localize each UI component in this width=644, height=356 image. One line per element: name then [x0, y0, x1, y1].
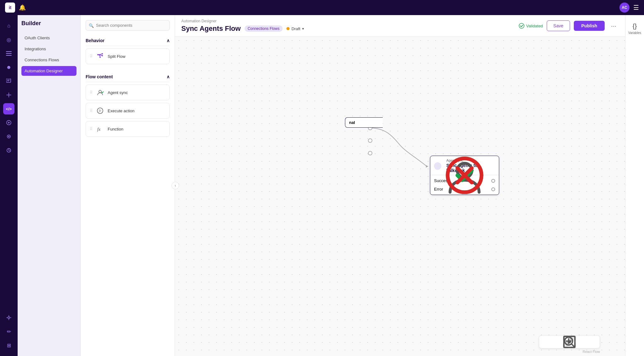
nav-item-connections[interactable]: Connections Flows — [21, 55, 76, 65]
breadcrumb: Automation Designer — [181, 19, 304, 23]
header-right: Validated Save Publish ··· — [519, 20, 619, 31]
sidebar-puzzle-icon[interactable] — [3, 117, 14, 128]
behavior-section-header[interactable]: Behavior ∧ — [86, 36, 170, 46]
node-name-label: Sync agents to Talkdesk — [446, 163, 495, 173]
panel-collapse-button[interactable]: ‹ — [172, 182, 179, 189]
sidebar-code-icon[interactable]: </> — [3, 103, 14, 114]
search-input[interactable] — [86, 20, 170, 31]
main-layout: ⌂ ◎ ☻ </> ✏ ⊞ Builder OAuth Cli — [0, 0, 644, 356]
split-flow-icon — [96, 52, 105, 61]
drag-handle-function-icon: ⠿ — [90, 127, 93, 131]
flow-content-section-content: ⠿ Agent sync ⠿ — [86, 85, 170, 137]
nav-item-oauth[interactable]: OAuth Clients — [21, 33, 76, 43]
output-error-row: Error — [430, 185, 499, 193]
minimap-button[interactable] — [554, 337, 562, 346]
svg-point-10 — [8, 317, 10, 319]
left-sidebar: ⌂ ◎ ☻ </> ✏ ⊞ — [0, 15, 18, 356]
top-nav-right: AC ☰ — [619, 3, 639, 13]
validated-label: Validated — [526, 24, 543, 28]
split-flow-item[interactable]: ⠿ Split Flow — [86, 48, 170, 64]
sidebar-reports-icon[interactable] — [3, 75, 14, 87]
fit-view-button[interactable] — [542, 337, 551, 346]
search-box: 🔍 — [86, 20, 170, 31]
success-connector[interactable] — [491, 179, 495, 183]
execute-action-icon — [96, 106, 105, 115]
canvas-toolbar — [539, 335, 600, 348]
svg-rect-1 — [6, 53, 12, 54]
flow-canvas[interactable]: nal Agent sync Sync agents — [175, 37, 625, 356]
page-title: Sync Agents Flow — [181, 25, 241, 33]
user-avatar[interactable]: AC — [619, 3, 630, 13]
node-outputs: Success Error — [430, 175, 499, 195]
fullscreen-button[interactable] — [565, 337, 574, 346]
app-logo[interactable]: it — [5, 3, 15, 13]
behavior-chevron-icon: ∧ — [167, 38, 170, 43]
function-label: Function — [108, 127, 123, 131]
builder-panel: Builder OAuth Clients Integrations Conne… — [18, 15, 81, 356]
sidebar-settings-icon[interactable] — [3, 312, 14, 323]
status-chevron-icon: ▾ — [302, 27, 304, 31]
header-left: Automation Designer Sync Agents Flow Con… — [181, 19, 304, 33]
partial-node-label: nal — [349, 120, 355, 125]
nav-menu-icon[interactable]: ☰ — [633, 4, 639, 11]
sidebar-ai-icon[interactable] — [3, 131, 14, 142]
sidebar-integrations-icon[interactable] — [3, 48, 14, 59]
sidebar-discover-icon[interactable] — [3, 145, 14, 156]
top-nav: it 🔔 AC ☰ — [0, 0, 644, 15]
execute-action-label: Execute action — [108, 108, 134, 113]
node-type-label: Agent sync — [446, 159, 495, 162]
top-nav-left: it 🔔 — [5, 3, 26, 13]
svg-point-13 — [102, 55, 103, 56]
right-panel: {} Variables — [625, 15, 644, 356]
agent-sync-icon — [96, 88, 105, 97]
svg-point-21 — [368, 151, 372, 155]
output-success-row: Success — [430, 176, 499, 185]
partial-flow-node[interactable]: nal — [345, 117, 383, 128]
svg-point-8 — [8, 136, 9, 137]
zoom-out-button[interactable] — [576, 337, 585, 346]
builder-title: Builder — [21, 20, 76, 27]
agent-sync-item[interactable]: ⠿ Agent sync — [86, 85, 170, 100]
behavior-section-content: ⠿ Split Flow — [86, 48, 170, 64]
validated-badge: Validated — [519, 23, 543, 29]
agent-sync-node[interactable]: Agent sync Sync agents to Talkdesk Succe… — [430, 156, 499, 195]
page-title-row: Sync Agents Flow Connections Flows Draft… — [181, 25, 304, 33]
sidebar-connections-icon[interactable]: ◎ — [3, 34, 14, 45]
execute-action-item[interactable]: ⠿ Execute action — [86, 103, 170, 119]
connections-badge[interactable]: Connections Flows — [245, 25, 283, 32]
nav-item-automation[interactable]: Automation Designer — [21, 66, 76, 76]
status-badge[interactable]: Draft ▾ — [286, 26, 304, 31]
status-dot-icon — [286, 27, 290, 30]
save-button[interactable]: Save — [547, 20, 570, 31]
function-item[interactable]: ⠿ fx Function — [86, 121, 170, 137]
drag-handle-agent-icon: ⠿ — [90, 90, 93, 95]
sidebar-contacts-icon[interactable]: ☻ — [3, 62, 14, 73]
svg-point-12 — [102, 53, 103, 54]
notifications-bell-icon[interactable]: 🔔 — [19, 4, 26, 11]
svg-text:fx: fx — [97, 127, 101, 132]
react-flow-label: React Flow — [583, 350, 600, 353]
flow-content-chevron-icon: ∧ — [167, 74, 170, 79]
nav-item-integrations[interactable]: Integrations — [21, 44, 76, 54]
output-success-label: Success — [434, 178, 449, 183]
publish-button[interactable]: Publish — [574, 21, 605, 31]
sidebar-automation-icon[interactable] — [3, 89, 14, 101]
zoom-in-button[interactable] — [588, 337, 596, 346]
agent-sync-label: Agent sync — [108, 90, 128, 95]
variables-button[interactable]: {} Variables — [626, 20, 644, 37]
flow-content-section-header[interactable]: Flow content ∧ — [86, 72, 170, 82]
sidebar-home-icon[interactable]: ⌂ — [3, 20, 14, 31]
svg-point-15 — [99, 90, 101, 93]
flow-content-section: Flow content ∧ ⠿ Agent sync — [81, 72, 175, 139]
function-icon: fx — [96, 125, 105, 133]
behavior-section: Behavior ∧ ⠿ Split Flow — [81, 36, 175, 67]
error-connector[interactable] — [491, 187, 495, 191]
more-options-button[interactable]: ··· — [608, 21, 619, 31]
svg-rect-0 — [6, 51, 12, 52]
drag-handle-icon: ⠿ — [90, 54, 93, 58]
validated-check-icon — [519, 23, 524, 29]
flow-connections-svg — [175, 37, 625, 356]
sidebar-grid-icon[interactable]: ⊞ — [3, 340, 14, 351]
sidebar-edit-icon[interactable]: ✏ — [3, 326, 14, 337]
status-label: Draft — [291, 26, 300, 31]
